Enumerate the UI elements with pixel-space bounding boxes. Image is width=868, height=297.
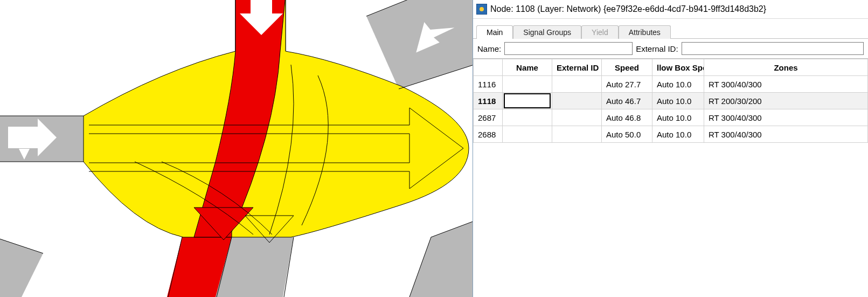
cell-external-id[interactable] xyxy=(552,126,602,143)
cell-external-id[interactable] xyxy=(552,109,602,126)
table-row[interactable]: 1118Auto 46.7Auto 10.0RT 200/30/200 xyxy=(474,93,868,109)
cell-id[interactable]: 2688 xyxy=(474,126,503,143)
cell-box-speed[interactable]: Auto 10.0 xyxy=(652,76,704,93)
cell-zones[interactable]: RT 300/40/300 xyxy=(704,76,868,93)
cell-zones[interactable]: RT 200/30/200 xyxy=(704,93,868,109)
col-zones[interactable]: Zones xyxy=(704,59,868,76)
svg-point-0 xyxy=(480,7,484,11)
network-map-canvas[interactable] xyxy=(0,0,473,297)
tab-signal-groups[interactable]: Signal Groups xyxy=(513,25,581,39)
cell-id[interactable]: 1118 xyxy=(474,93,503,109)
tab-strip: Main Signal Groups Yield Attributes xyxy=(473,19,868,39)
cell-name[interactable] xyxy=(503,126,552,143)
table-row[interactable]: 1116Auto 27.7Auto 10.0RT 300/40/300 xyxy=(474,76,868,93)
cell-zones[interactable]: RT 300/40/300 xyxy=(704,126,868,143)
cell-box-speed[interactable]: Auto 10.0 xyxy=(652,109,704,126)
grid-header-row: Name External ID Speed llow Box Spe Zone… xyxy=(474,59,868,76)
cell-external-id[interactable] xyxy=(552,93,602,109)
cell-box-speed[interactable]: Auto 10.0 xyxy=(652,93,704,109)
cell-id[interactable]: 2687 xyxy=(474,109,503,126)
panel-title: Node: 1108 (Layer: Network) {ee79f32e-e6… xyxy=(490,4,766,14)
cell-name[interactable] xyxy=(503,93,552,109)
col-external-id[interactable]: External ID xyxy=(552,59,602,76)
cell-name[interactable] xyxy=(503,109,552,126)
node-properties-panel: Node: 1108 (Layer: Network) {ee79f32e-e6… xyxy=(473,0,868,297)
col-name[interactable]: Name xyxy=(503,59,552,76)
cell-speed[interactable]: Auto 27.7 xyxy=(602,76,652,93)
cell-speed[interactable]: Auto 50.0 xyxy=(602,126,652,143)
tab-attributes[interactable]: Attributes xyxy=(619,25,671,39)
cell-name[interactable] xyxy=(503,76,552,93)
table-row[interactable]: 2687Auto 46.8Auto 10.0RT 300/40/300 xyxy=(474,109,868,126)
cell-box-speed[interactable]: Auto 10.0 xyxy=(652,126,704,143)
cell-speed[interactable]: Auto 46.7 xyxy=(602,93,652,109)
col-id[interactable] xyxy=(474,59,503,76)
tab-main[interactable]: Main xyxy=(476,25,513,39)
node-form-row: Name: External ID: xyxy=(473,39,868,58)
app-icon xyxy=(476,4,487,15)
name-input[interactable] xyxy=(504,42,633,55)
table-row[interactable]: 2688Auto 50.0Auto 10.0RT 300/40/300 xyxy=(474,126,868,143)
cell-speed[interactable]: Auto 46.8 xyxy=(602,109,652,126)
cell-editor[interactable] xyxy=(504,93,551,108)
turns-grid[interactable]: Name External ID Speed llow Box Spe Zone… xyxy=(473,58,868,297)
external-id-label: External ID: xyxy=(636,44,678,53)
tab-yield[interactable]: Yield xyxy=(581,25,619,39)
cell-zones[interactable]: RT 300/40/300 xyxy=(704,109,868,126)
external-id-input[interactable] xyxy=(682,42,864,55)
name-label: Name: xyxy=(477,44,501,53)
panel-titlebar: Node: 1108 (Layer: Network) {ee79f32e-e6… xyxy=(473,0,868,19)
col-speed[interactable]: Speed xyxy=(602,59,652,76)
col-box-speed[interactable]: llow Box Spe xyxy=(652,59,704,76)
cell-external-id[interactable] xyxy=(552,76,602,93)
cell-id[interactable]: 1116 xyxy=(474,76,503,93)
